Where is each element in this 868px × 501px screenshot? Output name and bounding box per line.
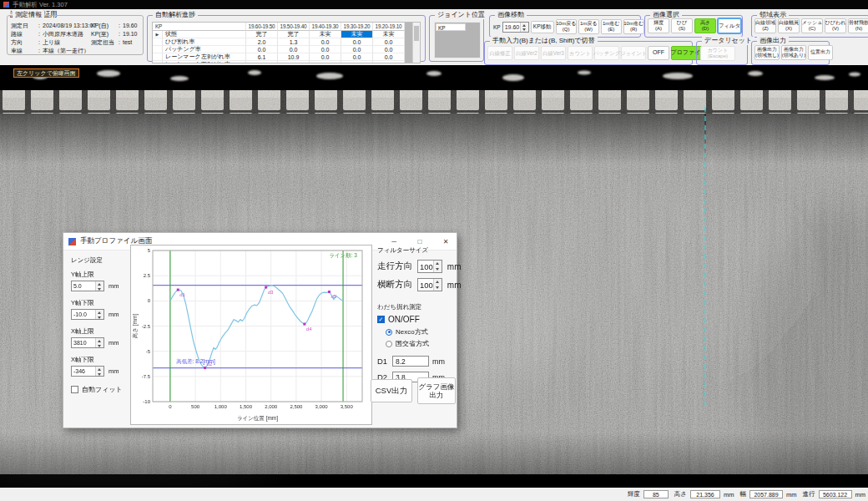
table-cell[interactable]: 0.0 bbox=[373, 61, 405, 63]
range-field-value: -10.0 bbox=[72, 310, 95, 319]
scrollbar-thumb[interactable] bbox=[414, 26, 419, 41]
onoff-checkbox[interactable]: ✓ bbox=[377, 316, 385, 323]
nav-button[interactable]: 1m戻る(W) bbox=[578, 19, 599, 34]
count-escape-button[interactable]: カウント (Escape) bbox=[700, 46, 735, 61]
spinner-arrows[interactable] bbox=[433, 279, 442, 291]
table-cell[interactable]: 0.0 bbox=[373, 46, 405, 53]
range-field-spinner[interactable]: -346 bbox=[71, 366, 104, 377]
graph-image-export-button[interactable]: グラフ画像 出力 bbox=[417, 377, 456, 404]
spin-down-icon[interactable] bbox=[434, 266, 442, 272]
table-cell[interactable]: 未実 bbox=[341, 31, 373, 38]
autofit-row[interactable]: 自動フィット bbox=[71, 385, 126, 394]
region-button[interactable]: 骨材飛散(N) bbox=[848, 18, 868, 33]
table-row[interactable]: パッチング率0.00.00.00.00.0 bbox=[153, 46, 420, 53]
unit-label: mm bbox=[447, 262, 462, 271]
table-cell[interactable]: 10.9 bbox=[278, 53, 310, 61]
rut-onoff-row[interactable]: ✓ ON/OFF bbox=[377, 315, 454, 324]
table-row[interactable]: ひび割れ率2.01.30.00.00.0 bbox=[153, 38, 420, 46]
csv-export-button[interactable]: CSV出力 bbox=[371, 379, 412, 402]
table-cell[interactable]: 0.0 bbox=[278, 46, 310, 53]
range-field-spinner[interactable]: 5.0 bbox=[71, 281, 104, 291]
d1-input[interactable]: 8.2 bbox=[392, 356, 429, 367]
nav-button[interactable]: 1m進む(E) bbox=[601, 19, 622, 34]
table-cell[interactable]: 0.0 bbox=[341, 53, 373, 61]
nav-button[interactable]: 10m戻る(Q) bbox=[556, 19, 577, 34]
image-select-button[interactable]: 高さ(D) bbox=[694, 18, 716, 33]
spinner-arrows[interactable] bbox=[95, 281, 103, 291]
running-direction-spinner[interactable]: 100 bbox=[417, 260, 442, 273]
spin-down-icon[interactable] bbox=[96, 286, 103, 291]
spin-down-icon[interactable] bbox=[521, 27, 528, 32]
spinner-arrows[interactable] bbox=[95, 310, 103, 319]
manual-mode-button[interactable]: 白線Ver2 bbox=[514, 46, 539, 60]
joint-list[interactable]: KP bbox=[434, 22, 481, 58]
table-cell[interactable]: 0.0 bbox=[373, 53, 405, 61]
table-cell[interactable]: 0.0 bbox=[373, 38, 405, 46]
filter-size-title: フィルターサイズ bbox=[377, 246, 454, 255]
nexco-radio-row[interactable]: Nexco方式 bbox=[386, 327, 454, 337]
spin-up-icon[interactable] bbox=[434, 279, 442, 285]
spin-down-icon[interactable] bbox=[96, 372, 103, 377]
image-select-button[interactable]: ひび(S) bbox=[671, 18, 693, 33]
range-field-spinner[interactable]: 3810 bbox=[71, 337, 104, 348]
measurement-row: 方向:上り線 bbox=[11, 38, 91, 46]
table-cell[interactable]: 0.0 bbox=[246, 46, 278, 53]
progress-scrollbar[interactable] bbox=[412, 23, 420, 63]
range-field-spinner[interactable]: -10.0 bbox=[71, 309, 104, 320]
region-button-line2: (N) bbox=[855, 26, 862, 33]
table-row[interactable]: レーンマーク右剥がれ率15.420.90.00.00.0 bbox=[153, 61, 420, 63]
table-row[interactable]: レーンマーク左剥がれ率6.110.90.00.00.0 bbox=[153, 53, 420, 61]
manual-mode-button[interactable]: 白線修正 bbox=[487, 46, 512, 60]
spinner-arrows[interactable] bbox=[95, 367, 103, 376]
table-cell[interactable]: 0.0 bbox=[341, 46, 373, 53]
output-button[interactable]: 画像出力(領域無し) bbox=[754, 45, 780, 60]
table-cell[interactable]: 完了 bbox=[278, 31, 310, 38]
table-cell[interactable]: 2.0 bbox=[246, 38, 278, 46]
table-cell[interactable]: 0.0 bbox=[310, 46, 341, 53]
table-cell[interactable]: 20.9 bbox=[278, 61, 310, 63]
autofit-checkbox[interactable] bbox=[71, 386, 78, 393]
manual-mode-button[interactable]: カウント bbox=[568, 46, 593, 60]
manual-mode-button[interactable]: パッチング bbox=[594, 46, 619, 60]
table-cell[interactable]: 未実 bbox=[310, 31, 341, 38]
measurement-row: KP(自):19.60 bbox=[91, 22, 143, 29]
nexco-radio[interactable] bbox=[386, 329, 392, 336]
table-cell[interactable]: 0.0 bbox=[310, 61, 341, 63]
table-cell[interactable]: 0.0 bbox=[310, 53, 341, 61]
table-cell[interactable]: 未実 bbox=[373, 31, 405, 38]
region-button[interactable]: 白線領域(Z) bbox=[754, 18, 776, 33]
kp-move-button[interactable]: KP移動 bbox=[531, 21, 554, 33]
table-cell[interactable]: 0.0 bbox=[341, 38, 373, 46]
table-row[interactable]: ▶状態完了完了未実未実未実 bbox=[153, 31, 420, 38]
table-cell[interactable]: 完了 bbox=[246, 31, 278, 38]
output-button[interactable]: 位置出力 bbox=[808, 45, 833, 60]
progress-table[interactable]: KP19.60-19.5019.50-19.4019.40-19.3019.30… bbox=[152, 22, 421, 63]
region-button[interactable]: メッシュ(C) bbox=[801, 18, 823, 33]
image-select-button[interactable]: 輝度(A) bbox=[648, 18, 669, 33]
output-button[interactable]: 画像出力(領域あり) bbox=[781, 45, 806, 60]
spin-down-icon[interactable] bbox=[96, 343, 103, 348]
cross-direction-spinner[interactable]: 100 bbox=[417, 278, 442, 291]
spin-down-icon[interactable] bbox=[434, 285, 442, 291]
table-cell[interactable]: 0.0 bbox=[310, 38, 341, 46]
off-button[interactable]: OFF bbox=[648, 46, 669, 60]
manual-mode-button[interactable]: ジョイント bbox=[621, 46, 646, 60]
spin-up-icon[interactable] bbox=[434, 261, 442, 266]
manual-mode-button[interactable]: 白線Ver3 bbox=[541, 46, 566, 60]
nav-button[interactable]: 10m進む(R) bbox=[623, 19, 644, 34]
spinner-arrows[interactable] bbox=[95, 338, 103, 347]
filter-button[interactable]: フィルタ bbox=[718, 18, 741, 33]
kp-spinner[interactable]: 19.60 bbox=[502, 22, 529, 33]
mlit-radio-row[interactable]: 国交省方式 bbox=[386, 339, 454, 348]
region-button[interactable]: 白線幅員(X) bbox=[778, 18, 800, 33]
filter-size-panel: フィルターサイズ 走行方向 100 mm 横断方向 100 mm わだち掘れ測定… bbox=[377, 246, 454, 382]
region-button[interactable]: ひびわれ(V) bbox=[825, 18, 846, 33]
table-cell[interactable]: 0.0 bbox=[341, 61, 373, 63]
mlit-radio[interactable] bbox=[386, 341, 392, 347]
spinner-arrows[interactable] bbox=[433, 261, 442, 272]
table-cell[interactable]: 15.4 bbox=[246, 61, 278, 63]
table-cell[interactable]: 6.1 bbox=[246, 53, 278, 61]
kp-spinner-arrows[interactable] bbox=[520, 23, 528, 32]
table-cell[interactable]: 1.3 bbox=[278, 38, 310, 46]
spin-down-icon[interactable] bbox=[96, 315, 103, 320]
